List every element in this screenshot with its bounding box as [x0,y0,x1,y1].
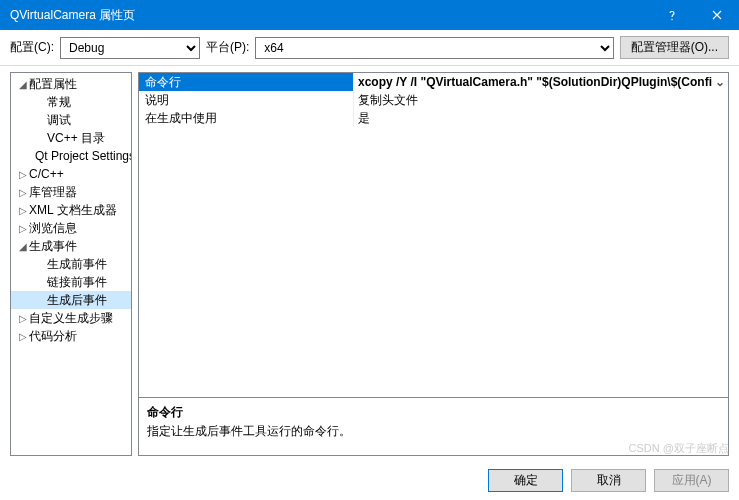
dropdown-icon[interactable]: ⌄ [712,75,728,89]
chevron-down-icon: ◢ [17,241,29,252]
chevron-right-icon: ▷ [17,313,29,324]
tree-item[interactable]: ▷C/C++ [11,165,131,183]
tree-item[interactable]: VC++ 目录 [11,129,131,147]
config-select[interactable]: Debug [60,37,200,59]
tree-item-label: 代码分析 [29,328,77,345]
tree-item[interactable]: ▷代码分析 [11,327,131,345]
titlebar: QVirtualCamera 属性页 [0,0,739,30]
chevron-right-icon: ▷ [17,205,29,216]
tree-item-label: 库管理器 [29,184,77,201]
tree-view[interactable]: ◢配置属性 常规调试VC++ 目录Qt Project Settings▷C/C… [10,72,132,456]
footer: 确定 取消 应用(A) [0,460,739,500]
property-name: 说明 [139,91,354,109]
chevron-down-icon: ◢ [17,79,29,90]
property-row[interactable]: 在生成中使用是 [139,109,728,127]
tree-item-label: 生成事件 [29,238,77,255]
main-area: ◢配置属性 常规调试VC++ 目录Qt Project Settings▷C/C… [0,66,739,460]
tree-item[interactable]: 生成后事件 [11,291,131,309]
description-text: 指定让生成后事件工具运行的命令行。 [147,423,720,440]
ok-button[interactable]: 确定 [488,469,563,492]
tree-item-label: Qt Project Settings [35,149,132,163]
chevron-right-icon: ▷ [17,187,29,198]
tree-item-label: XML 文档生成器 [29,202,117,219]
close-button[interactable] [694,0,739,30]
description-title: 命令行 [147,404,720,421]
tree-item-label: 浏览信息 [29,220,77,237]
property-value[interactable]: 是 [354,109,728,127]
toolbar: 配置(C): Debug 平台(P): x64 配置管理器(O)... [0,30,739,66]
tree-item[interactable]: Qt Project Settings [11,147,131,165]
property-grid[interactable]: 命令行xcopy /Y /I "QVirtualCamera.h" "$(Sol… [139,73,728,397]
apply-button[interactable]: 应用(A) [654,469,729,492]
chevron-right-icon: ▷ [17,169,29,180]
tree-item[interactable]: 常规 [11,93,131,111]
tree-item[interactable]: ◢生成事件 [11,237,131,255]
tree-item-label: 常规 [47,94,71,111]
tree-item-label: 自定义生成步骤 [29,310,113,327]
config-label: 配置(C): [10,39,54,56]
property-name: 命令行 [139,73,354,91]
property-row[interactable]: 说明复制头文件 [139,91,728,109]
tree-item-label: VC++ 目录 [47,130,105,147]
property-value[interactable]: 复制头文件 [354,91,728,109]
tree-item-label: 链接前事件 [47,274,107,291]
tree-item[interactable]: 调试 [11,111,131,129]
chevron-right-icon: ▷ [17,223,29,234]
tree-item[interactable]: ▷XML 文档生成器 [11,201,131,219]
tree-item[interactable]: ▷库管理器 [11,183,131,201]
tree-item[interactable]: ▷浏览信息 [11,219,131,237]
tree-item[interactable]: 链接前事件 [11,273,131,291]
tree-item-label: 生成前事件 [47,256,107,273]
svg-point-0 [671,19,672,20]
tree-item[interactable]: ▷自定义生成步骤 [11,309,131,327]
platform-select[interactable]: x64 [255,37,613,59]
tree-item[interactable]: 生成前事件 [11,255,131,273]
tree-root[interactable]: ◢配置属性 [11,75,131,93]
description-panel: 命令行 指定让生成后事件工具运行的命令行。 [139,397,728,455]
property-name: 在生成中使用 [139,109,354,127]
tree-item-label: 调试 [47,112,71,129]
config-manager-button[interactable]: 配置管理器(O)... [620,36,729,59]
tree-item-label: 生成后事件 [47,292,107,309]
help-button[interactable] [649,0,694,30]
cancel-button[interactable]: 取消 [571,469,646,492]
tree-item-label: C/C++ [29,167,64,181]
chevron-right-icon: ▷ [17,331,29,342]
property-value[interactable]: xcopy /Y /I "QVirtualCamera.h" "$(Soluti… [354,73,728,91]
property-panel: 命令行xcopy /Y /I "QVirtualCamera.h" "$(Sol… [138,72,729,456]
platform-label: 平台(P): [206,39,249,56]
property-row[interactable]: 命令行xcopy /Y /I "QVirtualCamera.h" "$(Sol… [139,73,728,91]
window-title: QVirtualCamera 属性页 [10,7,649,24]
